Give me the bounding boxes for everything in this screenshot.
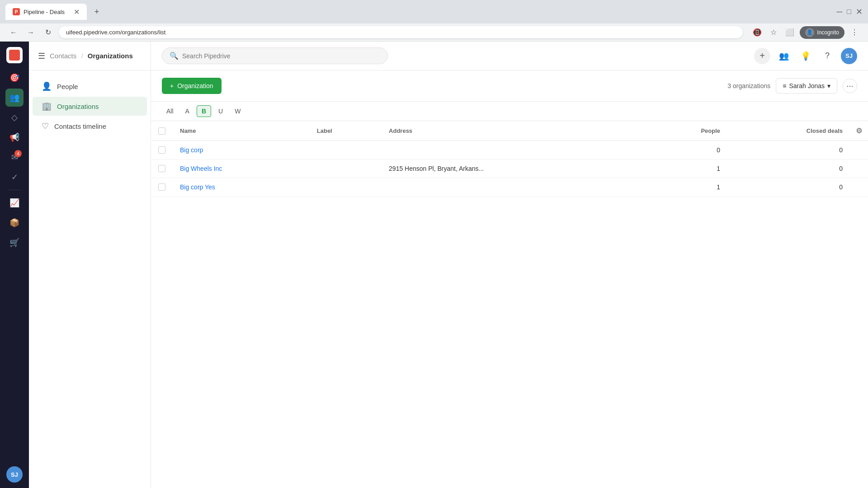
row-2-checkbox-cell[interactable] <box>151 160 173 178</box>
sidebar-menu-btn[interactable]: ☰ <box>38 51 45 61</box>
rail-item-inbox[interactable]: ✉ 4 <box>5 148 24 166</box>
row-3-org-name-link[interactable]: Big corp Yes <box>180 183 215 191</box>
contacts-icon-btn[interactable]: 👥 <box>776 48 792 64</box>
tab-title: Pipeline - Deals <box>24 9 65 15</box>
user-avatar[interactable]: SJ <box>841 48 857 64</box>
sidebar-item-people-label: People <box>57 83 78 90</box>
row-3-name[interactable]: Big corp Yes <box>173 178 310 197</box>
alpha-filter: All A B U W <box>151 102 868 121</box>
browser-actions: 📵 ☆ ⬜ 👤 Incognito ⋮ <box>751 26 861 39</box>
search-bar[interactable]: 🔍 <box>162 47 388 64</box>
refresh-btn[interactable]: ↻ <box>42 26 54 39</box>
tab-favicon: P <box>13 8 20 15</box>
browser-tab[interactable]: P Pipeline - Deals ✕ <box>5 4 87 20</box>
sidebar-item-organizations[interactable]: 🏢 Organizations <box>33 97 147 116</box>
forward-btn[interactable]: → <box>24 26 37 39</box>
left-rail: 🎯 👥 ◇ 📢 ✉ 4 ✓ 📈 📦 🛒 SJ <box>0 42 29 488</box>
alpha-b[interactable]: B <box>197 105 211 117</box>
rail-item-contacts[interactable]: 👥 <box>5 89 24 107</box>
org-icon: 🏢 <box>42 101 52 111</box>
tab-close-btn[interactable]: ✕ <box>74 8 80 16</box>
row-2-checkbox[interactable] <box>158 165 165 172</box>
add-org-icon: + <box>170 82 174 89</box>
row-1-settings <box>850 141 868 160</box>
select-all-checkbox[interactable] <box>158 127 165 135</box>
add-org-label: Organization <box>177 82 213 89</box>
col-settings-icon[interactable]: ⚙ <box>856 127 862 135</box>
rail-item-deals[interactable]: ◇ <box>5 108 24 127</box>
filter-icon: ≡ <box>783 82 786 89</box>
bookmark-btn[interactable]: ☆ <box>767 26 780 39</box>
table-header-row: Name Label Address People Closed deals ⚙ <box>151 121 868 141</box>
filter-chevron-icon: ▾ <box>827 82 830 89</box>
filter-user-label: Sarah Jonas <box>789 82 825 89</box>
help-btn[interactable]: ? <box>819 48 835 64</box>
row-1-org-name-link[interactable]: Big corp <box>180 146 203 154</box>
rail-user-avatar[interactable]: SJ <box>6 466 23 483</box>
search-input[interactable] <box>182 52 380 60</box>
rail-item-campaigns[interactable]: 📢 <box>5 128 24 146</box>
breadcrumb-parent[interactable]: Contacts <box>50 52 76 60</box>
sidebar-item-contacts-timeline[interactable]: ♡ Contacts timeline <box>33 117 147 136</box>
split-view-btn[interactable]: ⬜ <box>783 26 796 39</box>
table-more-btn[interactable]: ··· <box>843 79 857 93</box>
address-bar[interactable] <box>59 26 743 38</box>
sidebar-header: ☰ Contacts / Organizations <box>29 42 151 70</box>
toolbar-right: 3 organizations ≡ Sarah Jonas ▾ ··· <box>727 78 857 94</box>
rail-item-products[interactable]: 📦 <box>5 214 24 232</box>
sidebar-item-organizations-label: Organizations <box>57 103 99 110</box>
close-window-btn[interactable]: ✕ <box>856 7 863 17</box>
row-1-label <box>310 141 382 160</box>
sidebar-item-timeline-label: Contacts timeline <box>54 122 106 130</box>
org-count: 3 organizations <box>727 82 770 89</box>
rail-divider-1 <box>8 190 21 190</box>
rail-logo[interactable] <box>6 47 23 63</box>
incognito-label: Incognito <box>817 29 839 36</box>
rail-item-insights[interactable]: 📈 <box>5 194 24 212</box>
minimize-btn[interactable]: ─ <box>837 7 843 17</box>
camera-off-btn[interactable]: 📵 <box>751 26 764 39</box>
search-icon: 🔍 <box>170 52 179 60</box>
col-settings-header[interactable]: ⚙ <box>850 121 868 141</box>
alpha-u[interactable]: U <box>214 106 227 117</box>
contacts-icon: 👥 <box>9 93 19 103</box>
row-1-checkbox-cell[interactable] <box>151 141 173 160</box>
alpha-a[interactable]: A <box>181 106 194 117</box>
row-2-label <box>310 160 382 178</box>
add-org-btn[interactable]: + Organization <box>162 78 222 94</box>
row-2-org-name-link[interactable]: Big Wheels Inc <box>180 165 222 172</box>
maximize-btn[interactable]: □ <box>847 8 851 16</box>
row-1-name[interactable]: Big corp <box>173 141 310 160</box>
row-2-people: 1 <box>646 160 727 178</box>
insights-icon: 📈 <box>9 198 19 208</box>
sidebar: ☰ Contacts / Organizations 👤 People 🏢 Or… <box>29 42 151 488</box>
row-1-closed-deals: 0 <box>727 141 850 160</box>
more-browser-btn[interactable]: ⋮ <box>848 26 861 39</box>
alpha-w[interactable]: W <box>230 106 245 117</box>
rail-item-activities[interactable]: ✓ <box>5 168 24 186</box>
filter-user-btn[interactable]: ≡ Sarah Jonas ▾ <box>776 78 837 94</box>
new-tab-btn[interactable]: + <box>90 5 103 18</box>
inbox-badge: 4 <box>14 150 22 157</box>
header-actions: + 👥 💡 ? SJ <box>754 48 857 64</box>
browser-controls: ← → ↻ 📵 ☆ ⬜ 👤 Incognito ⋮ <box>0 23 868 42</box>
table-container: Name Label Address People Closed deals ⚙ <box>151 121 868 488</box>
incognito-btn[interactable]: 👤 Incognito <box>800 26 844 39</box>
breadcrumb: Contacts / Organizations <box>50 52 133 60</box>
select-all-header[interactable] <box>151 121 173 141</box>
back-btn[interactable]: ← <box>7 26 20 39</box>
row-3-checkbox-cell[interactable] <box>151 178 173 197</box>
row-2-address: 2915 Henson Pl, Bryant, Arkans... <box>382 160 646 178</box>
row-1-checkbox[interactable] <box>158 146 165 154</box>
sidebar-nav: 👤 People 🏢 Organizations ♡ Contacts time… <box>29 70 151 142</box>
row-2-name[interactable]: Big Wheels Inc <box>173 160 310 178</box>
row-2-closed-deals: 0 <box>727 160 850 178</box>
alpha-all[interactable]: All <box>162 106 178 117</box>
row-3-checkbox[interactable] <box>158 183 165 191</box>
sidebar-item-people[interactable]: 👤 People <box>33 77 147 96</box>
add-global-btn[interactable]: + <box>754 48 770 64</box>
rail-item-marketplace[interactable]: 🛒 <box>5 234 24 252</box>
rail-item-leads[interactable]: 🎯 <box>5 69 24 87</box>
tips-btn[interactable]: 💡 <box>797 48 814 64</box>
app: 🎯 👥 ◇ 📢 ✉ 4 ✓ 📈 📦 🛒 SJ ☰ <box>0 42 868 488</box>
